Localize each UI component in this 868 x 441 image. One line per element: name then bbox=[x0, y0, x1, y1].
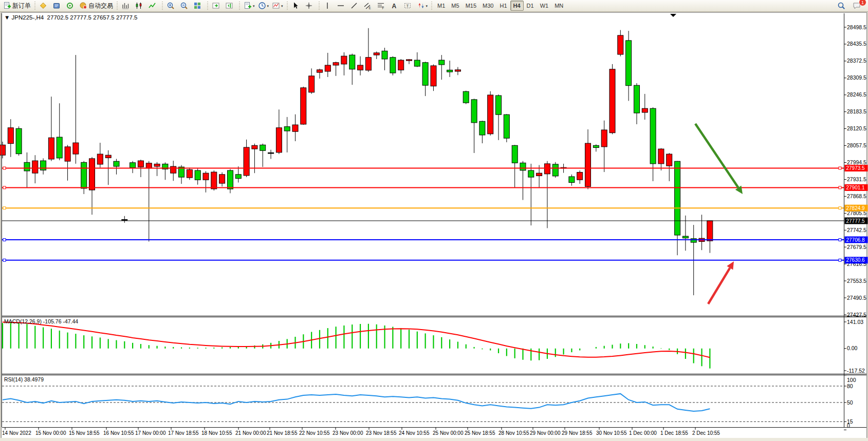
svg-text:28435.5: 28435.5 bbox=[847, 41, 866, 47]
toolbar-buttons: 新订单自动交易▾▾▾EFAT▾ bbox=[2, 0, 429, 11]
svg-text:15 Nov 18:55: 15 Nov 18:55 bbox=[69, 430, 100, 436]
new-order-button[interactable]: 新订单 bbox=[2, 0, 32, 11]
auto-trading-button[interactable]: 自动交易 bbox=[78, 0, 115, 11]
zoom-in-button[interactable] bbox=[165, 0, 178, 11]
svg-text:28498.5: 28498.5 bbox=[847, 24, 866, 30]
trendline-button[interactable] bbox=[348, 0, 362, 11]
timeframe-H1-button[interactable]: H1 bbox=[496, 1, 510, 11]
timeframe-M1-button[interactable]: M1 bbox=[434, 1, 448, 11]
toolbar-grip bbox=[116, 2, 119, 10]
chart-shift-button[interactable] bbox=[224, 0, 237, 11]
search-button[interactable] bbox=[836, 0, 849, 11]
svg-text:100: 100 bbox=[847, 377, 856, 383]
deposit-icon bbox=[39, 2, 47, 10]
deposit-button[interactable] bbox=[38, 0, 51, 11]
svg-text:17 Nov 18:55: 17 Nov 18:55 bbox=[168, 430, 199, 436]
history-center-button[interactable] bbox=[51, 0, 64, 11]
timeframe-D1-button[interactable]: D1 bbox=[524, 1, 537, 11]
bar-chart-icon bbox=[121, 2, 130, 10]
fibonacci-button[interactable]: F bbox=[375, 0, 389, 11]
chevron-down-icon: ▾ bbox=[267, 4, 269, 8]
bar-chart-button[interactable] bbox=[120, 0, 133, 11]
history-center-icon bbox=[52, 2, 61, 10]
svg-text:27706.8: 27706.8 bbox=[846, 237, 865, 243]
search-icon bbox=[837, 2, 845, 10]
svg-text:F: F bbox=[382, 6, 384, 10]
svg-text:28120.5: 28120.5 bbox=[847, 125, 866, 131]
tile-windows-icon bbox=[193, 2, 201, 10]
svg-text:27742.5: 27742.5 bbox=[847, 227, 866, 233]
zoom-out-button[interactable] bbox=[178, 0, 192, 11]
rsi-label: RSI(14) 38.4979 bbox=[4, 376, 44, 382]
timeframe-group: M1M5M15M30H1H4D1W1MN bbox=[434, 1, 566, 11]
svg-text:27824.9: 27824.9 bbox=[846, 205, 865, 211]
new-order-label: 新订单 bbox=[12, 2, 31, 10]
svg-text:27973.5: 27973.5 bbox=[846, 165, 865, 171]
text-label-button[interactable]: T bbox=[402, 0, 415, 11]
crosshair-icon bbox=[305, 2, 313, 10]
svg-text:14 Nov 2022: 14 Nov 2022 bbox=[2, 430, 31, 436]
auto-trading-label: 自动交易 bbox=[88, 2, 113, 10]
auto-trading-icon bbox=[79, 2, 87, 10]
svg-text:-117.52: -117.52 bbox=[847, 368, 865, 374]
arrows-icon bbox=[417, 2, 425, 10]
chart-title[interactable]: ▼ JPN225-,H4 27702.5 27777.5 27657.5 277… bbox=[4, 14, 137, 21]
svg-text:21 Nov 00:00: 21 Nov 00:00 bbox=[235, 430, 266, 436]
svg-text:E: E bbox=[368, 6, 371, 10]
tile-windows-button[interactable] bbox=[192, 0, 205, 11]
signals-icon bbox=[66, 2, 74, 10]
chart-canvas[interactable]: 28498.528435.528372.528309.528246.528183… bbox=[0, 12, 868, 441]
line-chart-button[interactable] bbox=[146, 0, 160, 11]
line-chart-icon bbox=[148, 2, 156, 10]
chart-shift-icon bbox=[225, 2, 233, 10]
new-order-icon bbox=[3, 2, 11, 10]
svg-text:28372.5: 28372.5 bbox=[847, 57, 866, 64]
svg-text:27490.5: 27490.5 bbox=[847, 295, 866, 301]
timeframe-M30-button[interactable]: M30 bbox=[479, 1, 496, 11]
cursor-button[interactable] bbox=[290, 0, 303, 11]
svg-text:2 Dec 10:55: 2 Dec 10:55 bbox=[692, 430, 720, 436]
svg-text:17 Nov 00:00: 17 Nov 00:00 bbox=[135, 430, 166, 436]
svg-text:27553.5: 27553.5 bbox=[847, 278, 866, 284]
svg-text:50: 50 bbox=[847, 399, 853, 406]
notifications-button[interactable]: 1 bbox=[851, 0, 864, 11]
horizontal-line-button[interactable] bbox=[335, 0, 348, 11]
vertical-line-icon bbox=[323, 2, 331, 10]
periods-button[interactable]: ▾ bbox=[256, 0, 271, 11]
cursor-icon bbox=[291, 2, 300, 10]
text-label-icon: T bbox=[403, 2, 412, 10]
svg-text:23 Nov 00:00: 23 Nov 00:00 bbox=[333, 430, 363, 436]
text-icon: A bbox=[390, 2, 398, 10]
equidistant-channel-button[interactable]: E bbox=[362, 0, 375, 11]
window-bottom-strip bbox=[0, 438, 868, 441]
toolbar-grip bbox=[161, 2, 164, 10]
toolbar-right: 1 bbox=[836, 0, 866, 11]
toolbar-grip bbox=[286, 2, 289, 10]
chart-window: 28498.528435.528372.528309.528246.528183… bbox=[0, 12, 868, 441]
candlestick-chart-button[interactable] bbox=[133, 0, 146, 11]
vertical-line-button[interactable] bbox=[322, 0, 335, 11]
svg-text:28183.5: 28183.5 bbox=[847, 108, 866, 114]
templates-button[interactable]: ▾ bbox=[270, 0, 285, 11]
svg-text:25 Nov 18:55: 25 Nov 18:55 bbox=[465, 430, 495, 436]
text-button[interactable]: A bbox=[389, 0, 402, 11]
timeframe-H4-button[interactable]: H4 bbox=[510, 1, 524, 11]
svg-text:27931.5: 27931.5 bbox=[847, 176, 866, 182]
svg-text:15 Nov 00:00: 15 Nov 00:00 bbox=[35, 430, 66, 436]
crosshair-button[interactable] bbox=[303, 0, 317, 11]
timeframe-M15-button[interactable]: M15 bbox=[463, 1, 479, 11]
auto-scroll-button[interactable] bbox=[210, 0, 224, 11]
svg-text:21 Nov 18:55: 21 Nov 18:55 bbox=[267, 430, 298, 436]
auto-scroll-icon bbox=[212, 2, 220, 10]
arrows-button[interactable]: ▾ bbox=[415, 0, 430, 11]
timeframe-M5-button[interactable]: M5 bbox=[448, 1, 462, 11]
svg-text:27679.5: 27679.5 bbox=[847, 244, 866, 250]
svg-text:28246.5: 28246.5 bbox=[847, 91, 866, 98]
svg-text:0.00: 0.00 bbox=[847, 345, 858, 351]
toolbar: 新订单自动交易▾▾▾EFAT▾ M1M5M15M30H1H4D1W1MN 1 bbox=[0, 0, 868, 12]
timeframe-MN-button[interactable]: MN bbox=[551, 1, 566, 11]
svg-text:141.03: 141.03 bbox=[847, 319, 863, 325]
new-chart-button[interactable]: ▾ bbox=[242, 0, 256, 11]
signals-button[interactable] bbox=[64, 0, 78, 11]
timeframe-W1-button[interactable]: W1 bbox=[537, 1, 552, 11]
